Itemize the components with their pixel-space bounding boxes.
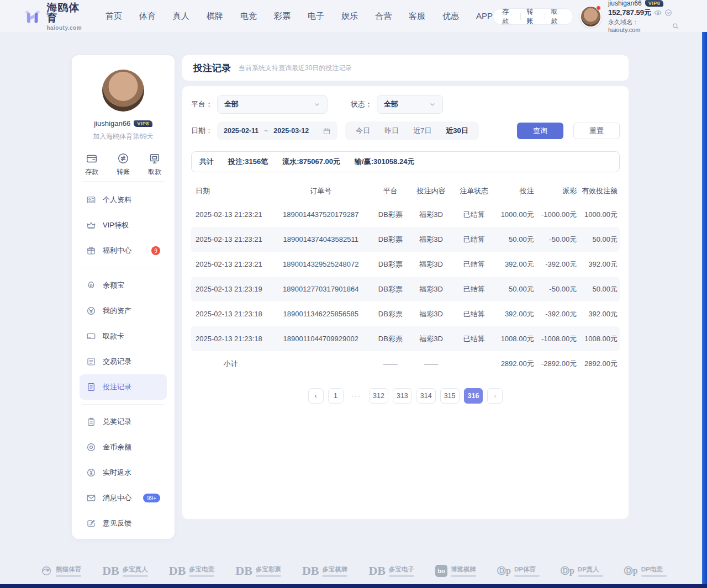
sidebar-item-取款卡[interactable]: 取款卡 — [80, 324, 167, 349]
topnav-item-客服[interactable]: 客服 — [409, 11, 425, 22]
brand-domain: haiouty.com — [46, 25, 90, 31]
dp-logo-icon: Ⓓp — [497, 566, 511, 575]
status-select[interactable]: 全部 — [377, 95, 443, 114]
status-filter-label: 状态： — [351, 99, 372, 109]
total-winloss: 输/赢:301058.24元 — [355, 157, 414, 167]
dp-logo-icon: Ⓓp — [561, 566, 574, 575]
table-row[interactable]: 2025-02-13 21:23:211890014437520179287DB… — [191, 202, 620, 227]
page-312[interactable]: 312 — [369, 388, 388, 404]
partner-DP真人: ⒹpDP真人 — [561, 565, 603, 577]
page-315[interactable]: 315 — [440, 388, 460, 404]
boya-logo-icon: bo — [435, 565, 447, 577]
date-range-picker[interactable]: 2025-02-11 ~ 2025-03-12 — [217, 121, 337, 140]
sidebar-item-兑奖记录[interactable]: 兑奖记录 — [80, 409, 167, 435]
sidebar-item-金币余额[interactable]: 金币余额 — [80, 435, 167, 460]
quick-action-取款[interactable]: 取款 — [148, 152, 161, 177]
page-1[interactable]: 1 — [328, 388, 344, 404]
join-days-text: 加入海鸥体育第69天 — [80, 132, 167, 141]
partner-博雅棋牌: bo博雅棋牌 — [435, 565, 476, 577]
partner-熊猫体育: 熊猫体育 — [40, 565, 81, 577]
brand-name: 海鸥体育 — [46, 2, 90, 23]
divider — [82, 268, 165, 268]
search-button[interactable]: 查询 — [517, 123, 563, 139]
topnav-item-合营[interactable]: 合营 — [375, 11, 392, 22]
table-row[interactable]: 2025-02-13 21:23:211890014374043582511DB… — [191, 227, 620, 252]
topnav-item-优惠[interactable]: 优惠 — [442, 11, 459, 22]
col-日期: 日期 — [191, 186, 271, 196]
search-icon[interactable] — [672, 22, 679, 30]
partner-subtext-line — [256, 575, 281, 577]
sidebar-item-投注记录[interactable]: 投注记录 — [80, 374, 167, 400]
partner-多宝真人: DB多宝真人 — [102, 565, 148, 577]
partner-subtext-line — [578, 575, 603, 577]
topnav-item-电子[interactable]: 电子 — [308, 11, 324, 22]
topnav-item-真人[interactable]: 真人 — [173, 11, 189, 22]
wallet-action-存款[interactable]: 存款 — [497, 7, 520, 26]
topnav-item-首页[interactable]: 首页 — [105, 11, 122, 22]
range-近30日[interactable]: 近30日 — [439, 126, 475, 136]
page-314[interactable]: 314 — [416, 388, 436, 404]
panda-logo-icon — [40, 565, 52, 577]
totals-summary-bar: 共计 投注:3156笔 流水:875067.00元 输/赢:301058.24元 — [191, 151, 620, 172]
dp-logo-icon: Ⓓp — [624, 566, 638, 575]
topnav-item-体育[interactable]: 体育 — [139, 11, 156, 22]
sidebar-item-个人资料[interactable]: 个人资料 — [80, 187, 167, 213]
page-title-card: 投注记录 当前系统支持查询最近30日的投注记录 — [182, 55, 629, 81]
sidebar-menu: 个人资料VIP特权福利中心9余额宝我的资产取款卡交易记录投注记录兑奖记录金币余额… — [80, 187, 167, 536]
yuebao-icon — [86, 280, 96, 290]
sidebar-item-交易记录[interactable]: 交易记录 — [80, 349, 167, 374]
sidebar-item-福利中心[interactable]: 福利中心9 — [80, 238, 167, 263]
top-bar: 海鸥体育 haiouty.com 首页体育真人棋牌电竞彩票电子娱乐合营客服优惠A… — [0, 0, 707, 33]
platform-select[interactable]: 全部 — [217, 95, 328, 114]
range-近7日[interactable]: 近7日 — [406, 126, 439, 136]
topnav-item-娱乐[interactable]: 娱乐 — [341, 11, 358, 22]
col-平台: 平台 — [371, 186, 410, 196]
page-ellipsis: ··· — [348, 388, 365, 404]
sidebar-item-我的资产[interactable]: 我的资产 — [80, 298, 167, 324]
sidebar-item-意见反馈[interactable]: 意见反馈 — [80, 511, 167, 536]
brand-logo[interactable]: 海鸥体育 haiouty.com — [23, 2, 90, 31]
platform-filter-label: 平台： — [191, 99, 213, 109]
page-313[interactable]: 313 — [393, 388, 412, 404]
wallet-action-转账[interactable]: 转账 — [521, 7, 545, 26]
page-316[interactable]: 316 — [464, 388, 483, 404]
table-row[interactable]: 2025-02-13 21:23:181890011044709929002DB… — [191, 326, 620, 351]
quick-action-存款[interactable]: 存款 — [85, 152, 98, 177]
sidebar: jiushigan66 VIP8 加入海鸥体育第69天 存款转账取款 个人资料V… — [72, 55, 175, 539]
topnav-item-彩票[interactable]: 彩票 — [274, 11, 291, 22]
db-logo-icon: DB — [368, 565, 386, 577]
refresh-balance-icon[interactable] — [664, 9, 672, 17]
sidebar-item-VIP特权[interactable]: VIP特权 — [80, 213, 167, 238]
sidebar-quick-actions: 存款转账取款 — [80, 152, 167, 177]
topnav-item-电竞[interactable]: 电竞 — [240, 11, 257, 22]
profile-avatar[interactable] — [102, 70, 144, 112]
partner-subtext-line — [641, 575, 667, 577]
table-row[interactable]: 2025-02-13 21:23:211890014329525248072DB… — [191, 252, 620, 277]
quick-action-转账[interactable]: 转账 — [117, 152, 130, 177]
next-page-button[interactable]: › — [487, 388, 503, 404]
range-昨日[interactable]: 昨日 — [377, 126, 406, 136]
date-quick-ranges: 今日昨日近7日近30日 — [345, 121, 479, 140]
vip-badge: VIP8 — [645, 0, 664, 7]
gift-icon — [86, 246, 96, 256]
chevron-down-icon — [429, 101, 436, 108]
prev-page-button[interactable]: ‹ — [308, 388, 324, 404]
table-row[interactable]: 2025-02-13 21:23:191890012770317901864DB… — [191, 277, 620, 301]
wallet-action-取款[interactable]: 取款 — [545, 7, 569, 26]
table-row[interactable]: 2025-02-13 21:23:181890011346225856585DB… — [191, 301, 620, 326]
idcard-icon — [86, 195, 96, 205]
range-今日[interactable]: 今日 — [349, 126, 377, 136]
sidebar-item-消息中心[interactable]: 消息中心99+ — [80, 485, 167, 511]
sidebar-username: jiushigan66 — [94, 119, 130, 128]
eye-icon[interactable] — [654, 9, 662, 17]
partner-多宝电竞: DB多宝电竞 — [169, 565, 215, 577]
partner-subtext-line — [189, 575, 214, 577]
sidebar-item-实时返水[interactable]: 实时返水 — [80, 460, 167, 485]
bankcard-icon — [86, 331, 96, 341]
topnav-item-棋牌[interactable]: 棋牌 — [207, 11, 223, 22]
reset-button[interactable]: 重置 — [573, 123, 620, 139]
topnav-item-APP[interactable]: APP — [476, 11, 493, 22]
sidebar-item-余额宝[interactable]: 余额宝 — [80, 273, 167, 298]
avatar[interactable] — [580, 6, 602, 28]
coin-icon — [86, 442, 96, 452]
